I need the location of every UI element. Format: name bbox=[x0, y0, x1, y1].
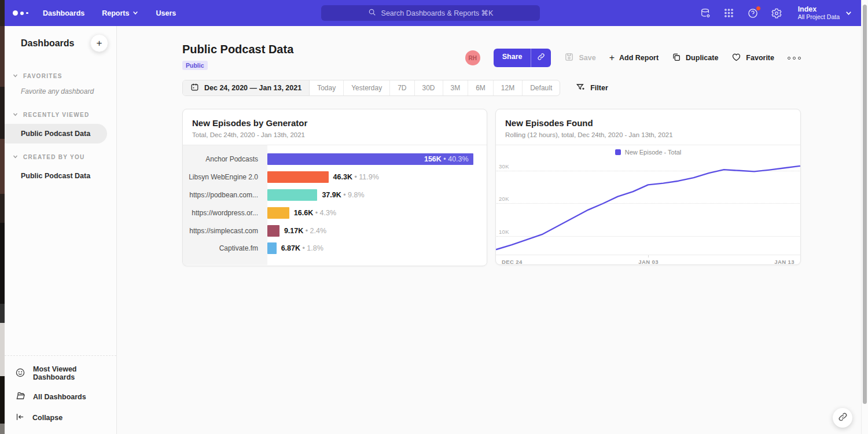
sidebar-section-header[interactable]: RECENTLY VIEWED bbox=[5, 107, 116, 123]
copy-link-floating-button[interactable] bbox=[833, 408, 852, 428]
bar-category-label: Anchor Podcasts bbox=[183, 155, 267, 163]
sidebar-section-header[interactable]: FAVORITES bbox=[5, 68, 116, 84]
bar-value-label: 156K • 40.3% bbox=[424, 155, 469, 163]
data-source-icon[interactable] bbox=[700, 8, 711, 19]
sidebar-empty-hint: Favorite any dashboard bbox=[5, 84, 116, 102]
settings-gear-icon[interactable] bbox=[771, 8, 782, 19]
bar-fill[interactable] bbox=[267, 207, 289, 219]
date-preset-12m[interactable]: 12M bbox=[494, 80, 523, 95]
bar-chart-body[interactable]: Anchor Podcasts 156K • 40.3% Libsyn WebE… bbox=[183, 145, 487, 265]
line-chart-card: New Episodes Found Rolling (12 hours), t… bbox=[495, 109, 801, 265]
page-title: Public Podcast Data bbox=[182, 43, 293, 56]
bar-value-label: 9.17K • 2.4% bbox=[284, 227, 326, 235]
bar-chart-card: New Episodes by Generator Total, Dec 24t… bbox=[182, 109, 487, 266]
line-chart-subtitle: Rolling (12 hours), total, Dec 24th, 202… bbox=[505, 131, 791, 138]
bar-fill[interactable] bbox=[267, 225, 279, 237]
save-icon bbox=[564, 52, 574, 64]
axis-tick bbox=[648, 255, 649, 258]
avatar[interactable]: RH bbox=[465, 50, 480, 65]
add-report-button[interactable]: + Add Report bbox=[609, 54, 659, 62]
bar-chart-subtitle: Total, Dec 24th, 2020 - Jan 13th, 2021 bbox=[192, 131, 477, 138]
bar-fill[interactable] bbox=[267, 242, 277, 254]
bar-value-label: 6.87K • 1.8% bbox=[281, 244, 323, 252]
mixpanel-logo-icon[interactable] bbox=[13, 10, 32, 16]
share-button[interactable]: Share bbox=[494, 49, 531, 67]
date-presets: TodayYesterday7D30D3M6M12MDefault bbox=[310, 80, 560, 95]
date-preset-default[interactable]: Default bbox=[523, 80, 560, 95]
search-input[interactable]: Search Dashboards & Reports ⌘K bbox=[321, 5, 540, 21]
sidebar-footer: Most Viewed Dashboards All Dashboards Co… bbox=[5, 355, 116, 434]
chevron-down-icon bbox=[13, 112, 18, 118]
more-options-button[interactable] bbox=[788, 54, 801, 62]
report-cards: New Episodes by Generator Total, Dec 24t… bbox=[182, 109, 801, 266]
sidebar-footer-collapse[interactable]: Collapse bbox=[5, 407, 116, 428]
bar-value-label: 37.9K • 9.8% bbox=[322, 191, 364, 199]
bar-category-label: https://podbean.com... bbox=[183, 191, 267, 199]
desktop-edge-strip bbox=[0, 0, 5, 434]
bar-value-label: 16.6K • 4.3% bbox=[294, 209, 336, 217]
line-series bbox=[496, 159, 800, 255]
sidebar-footer-most-viewed-dashboards[interactable]: Most Viewed Dashboards bbox=[5, 361, 116, 386]
bar-fill[interactable]: 156K • 40.3% bbox=[267, 153, 473, 165]
bar-fill[interactable] bbox=[267, 189, 317, 201]
project-switcher[interactable]: Index All Project Data bbox=[798, 5, 852, 21]
share-button-group: Share bbox=[494, 49, 551, 67]
project-name: Index bbox=[798, 5, 840, 13]
dashboard-header: Public Podcast Data Public RH Share bbox=[182, 43, 801, 70]
date-range-picker[interactable]: Dec 24, 2020 — Jan 13, 2021 bbox=[183, 80, 310, 95]
filter-button[interactable]: Filter bbox=[576, 83, 608, 94]
chevron-down-icon bbox=[13, 154, 18, 160]
link-icon bbox=[537, 53, 545, 63]
nav-item-dashboards[interactable]: Dashboards bbox=[43, 9, 84, 17]
filter-funnel-icon bbox=[576, 83, 585, 94]
chevron-down-icon bbox=[845, 8, 852, 19]
favorite-button[interactable]: Favorite bbox=[731, 52, 774, 64]
nav-right: Index All Project Data bbox=[700, 5, 852, 21]
nav-item-reports[interactable]: Reports bbox=[102, 9, 138, 17]
apps-grid-icon[interactable] bbox=[723, 8, 735, 19]
smiley-icon bbox=[15, 367, 25, 380]
bar-chart-title: New Episodes by Generator bbox=[192, 118, 477, 128]
duplicate-button[interactable]: Duplicate bbox=[672, 53, 718, 64]
project-scope: All Project Data bbox=[798, 13, 840, 21]
date-preset-yesterday[interactable]: Yesterday bbox=[344, 80, 390, 95]
new-dashboard-button[interactable]: + bbox=[90, 34, 108, 52]
link-icon bbox=[838, 412, 848, 424]
bar-row-libsyn-webengine-2-0: Libsyn WebEngine 2.0 46.3K • 11.9% bbox=[183, 168, 487, 186]
bar-row-https-simplecast-com: https://simplecast.com 9.17K • 2.4% bbox=[183, 222, 487, 240]
share-link-button[interactable] bbox=[531, 49, 551, 67]
sidebar-item-public-podcast-data[interactable]: Public Podcast Data bbox=[5, 124, 107, 144]
line-chart-title: New Episodes Found bbox=[505, 118, 791, 128]
sidebar-section-header[interactable]: CREATED BY YOU bbox=[5, 149, 116, 165]
header-actions: RH Share Save bbox=[465, 49, 801, 67]
app-screen: DashboardsReportsUsers Search Dashboards… bbox=[0, 0, 868, 434]
search-placeholder: Search Dashboards & Reports ⌘K bbox=[381, 9, 494, 17]
controls-row: Dec 24, 2020 — Jan 13, 2021 TodayYesterd… bbox=[182, 80, 801, 96]
date-preset-6m[interactable]: 6M bbox=[468, 80, 494, 95]
date-preset-30d[interactable]: 30D bbox=[415, 80, 443, 95]
help-icon[interactable] bbox=[747, 8, 759, 19]
duplicate-icon bbox=[672, 53, 681, 64]
nav-links: DashboardsReportsUsers bbox=[43, 9, 176, 17]
chevron-down-icon bbox=[133, 9, 138, 17]
date-preset-7d[interactable]: 7D bbox=[390, 80, 414, 95]
sidebar-item-public-podcast-data[interactable]: Public Podcast Data bbox=[5, 166, 107, 186]
sidebar-section-favorites: FAVORITES Favorite any dashboard bbox=[5, 68, 116, 102]
calendar-icon bbox=[190, 83, 199, 93]
scrollbar-thumb[interactable] bbox=[863, 5, 867, 404]
line-chart-x-axis: DEC 24JAN 03JAN 13 bbox=[496, 255, 800, 265]
heart-icon bbox=[731, 52, 741, 64]
save-button[interactable]: Save bbox=[564, 52, 595, 64]
nav-item-users[interactable]: Users bbox=[156, 9, 176, 17]
folder-icon bbox=[15, 391, 25, 403]
sidebar-footer-all-dashboards[interactable]: All Dashboards bbox=[5, 386, 116, 407]
legend-swatch bbox=[615, 149, 621, 155]
page-scrollbar[interactable] bbox=[861, 0, 868, 434]
bar-fill[interactable] bbox=[267, 171, 329, 183]
bar-category-label: Libsyn WebEngine 2.0 bbox=[183, 173, 267, 181]
date-preset-3m[interactable]: 3M bbox=[443, 80, 469, 95]
line-chart-plot[interactable]: 30K20K10K bbox=[496, 159, 800, 255]
date-preset-today[interactable]: Today bbox=[310, 80, 344, 95]
bar-row-captivate-fm: Captivate.fm 6.87K • 1.8% bbox=[183, 240, 487, 258]
collapse-icon bbox=[15, 412, 25, 424]
